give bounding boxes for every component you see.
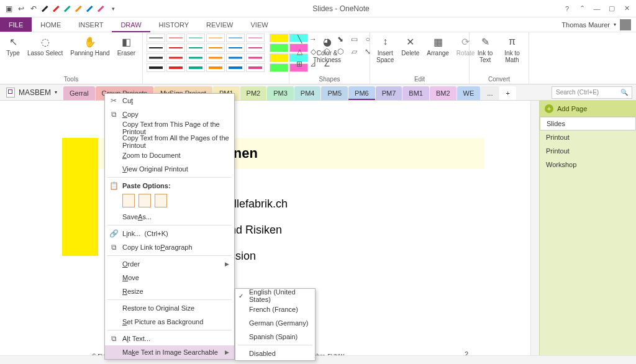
page-item[interactable]: Printout — [540, 144, 636, 158]
tab-file[interactable]: FILE — [0, 17, 32, 32]
ctx-order[interactable]: Order▶ — [105, 257, 234, 271]
add-page-button[interactable]: + Add Page — [540, 101, 636, 117]
paste-text-only-icon[interactable] — [155, 194, 167, 207]
close-icon[interactable]: ✕ — [620, 3, 634, 14]
section-tab[interactable]: PM2 — [240, 86, 267, 100]
search-icon: 🔍 — [620, 89, 628, 96]
ctx-copy-all[interactable]: Copy Text from All the Pages of the Prin… — [105, 135, 234, 148]
scissors-icon: ✂ — [109, 96, 119, 105]
tab-home[interactable]: HOME — [32, 17, 70, 32]
section-tab[interactable]: Gerral — [63, 86, 95, 100]
chevron-right-icon: ▶ — [225, 261, 229, 267]
chevron-down-icon: ▾ — [614, 22, 616, 27]
pen-pink-icon[interactable] — [97, 4, 106, 13]
minimize-icon[interactable]: — — [590, 3, 604, 14]
ctx-alt-text[interactable]: ⧉Alt Text... — [105, 332, 234, 345]
section-new[interactable]: + — [499, 86, 516, 100]
ctx-resize[interactable]: Resize — [105, 284, 234, 298]
page-item[interactable]: Workshop — [540, 158, 636, 171]
ctx-restore[interactable]: Restore to Original Size — [105, 301, 234, 315]
pen-teal-icon[interactable] — [63, 4, 72, 13]
lasso-icon: ◌ — [39, 35, 52, 48]
section-more[interactable]: ... — [481, 86, 499, 100]
section-tab[interactable]: BM2 — [430, 86, 457, 100]
ctx-view-original[interactable]: View Original Printout — [105, 162, 234, 176]
lang-es[interactable]: Spanish (Spain) — [235, 330, 315, 344]
ctx-move[interactable]: Move — [105, 271, 234, 284]
tab-history[interactable]: HISTORY — [150, 17, 198, 32]
highlight-mark — [62, 138, 98, 256]
delete-button[interactable]: ✕Delete — [399, 34, 422, 58]
clipboard-icon: 📋 — [109, 181, 119, 190]
section-tab[interactable]: BM1 — [402, 86, 429, 100]
tab-draw[interactable]: DRAW — [112, 17, 150, 32]
pen-orange-icon[interactable] — [75, 4, 83, 13]
vertical-scrollbar[interactable] — [530, 101, 539, 355]
lang-en[interactable]: ✓English (United States) — [235, 289, 315, 303]
section-tab[interactable]: PM6 — [348, 86, 375, 100]
paste-merge-icon[interactable] — [139, 194, 151, 207]
pen-red-icon[interactable] — [52, 4, 61, 13]
ctx-paste-options — [105, 193, 234, 210]
ribbon-collapse-icon[interactable]: ⌃ — [575, 3, 589, 14]
pen-blue-icon[interactable] — [86, 4, 94, 13]
ink-math-icon: π — [506, 35, 519, 48]
notebook-name: MASBEM — [19, 88, 51, 97]
search-input[interactable]: Search (Ctrl+E) 🔍 — [552, 86, 632, 99]
chevron-down-icon: ▾ — [55, 89, 57, 95]
ctx-copy[interactable]: ⧉Copy — [105, 107, 234, 121]
page-panel: + Add Page SlidesPrintoutPrintoutWorksho… — [539, 101, 636, 355]
chevron-right-icon: ▶ — [225, 349, 229, 355]
page-item[interactable]: Slides — [540, 117, 636, 130]
pen-black-icon[interactable] — [41, 4, 50, 13]
ink-to-math-button[interactable]: πInk to Math — [499, 34, 525, 65]
panning-button[interactable]: ✋Panning Hand — [68, 34, 112, 58]
horizontal-scrollbar[interactable] — [0, 355, 636, 364]
lang-disabled[interactable]: Disabled — [235, 347, 315, 360]
tab-view[interactable]: VIEW — [242, 17, 276, 32]
back-icon[interactable]: ↩ — [16, 4, 26, 14]
section-tab[interactable]: PM7 — [376, 86, 402, 100]
lang-de[interactable]: German (Germany) — [235, 316, 315, 330]
notebook-selector[interactable]: MASBEM ▾ — [0, 88, 63, 98]
ctx-cut[interactable]: ✂Cut — [105, 94, 234, 107]
quick-access-toolbar: ▣ ↩ ↶ ▾ — [0, 4, 122, 14]
section-tab[interactable]: WE — [457, 86, 481, 100]
paste-keep-formatting-icon[interactable] — [122, 194, 135, 207]
undo-icon[interactable]: ↶ — [29, 4, 39, 14]
help-icon[interactable]: ? — [560, 3, 574, 14]
eraser-button[interactable]: ◧Eraser — [115, 34, 138, 58]
shapes-gallery[interactable]: ╲→↔⬊▭○ △◇⬠⬡▱⤡ ⊞⊿∠ — [293, 34, 374, 70]
lang-fr[interactable]: French (France) — [235, 303, 315, 316]
ctx-ocr[interactable]: Make Text in Image Searchable▶ — [105, 345, 234, 359]
section-tab[interactable]: PM5 — [321, 86, 348, 100]
edit-group-label: Edit — [374, 76, 465, 84]
convert-group-label: Convert — [473, 76, 525, 84]
ctx-link[interactable]: 🔗Link... (Ctrl+K) — [105, 227, 234, 240]
tab-insert[interactable]: INSERT — [70, 17, 112, 32]
pen-gallery[interactable] — [147, 34, 265, 72]
rotate-button[interactable]: ⟳Rotate — [454, 34, 477, 58]
section-tab[interactable]: PM4 — [294, 86, 321, 100]
ctx-zoom[interactable]: Zoom to Document — [105, 148, 234, 162]
user-name: Thomas Maurer — [561, 21, 610, 29]
ctx-copy-link[interactable]: ⧉Copy Link to Paragraph — [105, 240, 234, 254]
tab-review[interactable]: REVIEW — [198, 17, 242, 32]
ink-text-icon: ✎ — [478, 35, 492, 48]
qat-customize-icon[interactable]: ▾ — [108, 4, 118, 14]
lasso-button[interactable]: ◌Lasso Select — [25, 34, 65, 58]
rotate-icon: ⟳ — [459, 35, 473, 48]
copy-icon: ⧉ — [109, 110, 119, 119]
insert-space-button[interactable]: ↕Insert Space — [374, 34, 396, 65]
slide-page-number: 2 — [465, 350, 468, 355]
ctx-save-as[interactable]: Save As... — [105, 210, 234, 224]
ctx-set-background[interactable]: Set Picture as Background — [105, 315, 234, 329]
arrange-button[interactable]: ▦Arrange — [424, 34, 452, 58]
type-button[interactable]: ↖Type — [4, 34, 22, 58]
section-tab[interactable]: PM3 — [267, 86, 294, 100]
page-item[interactable]: Printout — [540, 130, 636, 144]
restore-icon[interactable]: ▢ — [605, 3, 619, 14]
shapes-group-label: Shapes — [293, 76, 366, 84]
ctx-copy-page[interactable]: Copy Text from This Page of the Printout — [105, 121, 234, 135]
user-area[interactable]: Thomas Maurer ▾ — [556, 17, 636, 32]
